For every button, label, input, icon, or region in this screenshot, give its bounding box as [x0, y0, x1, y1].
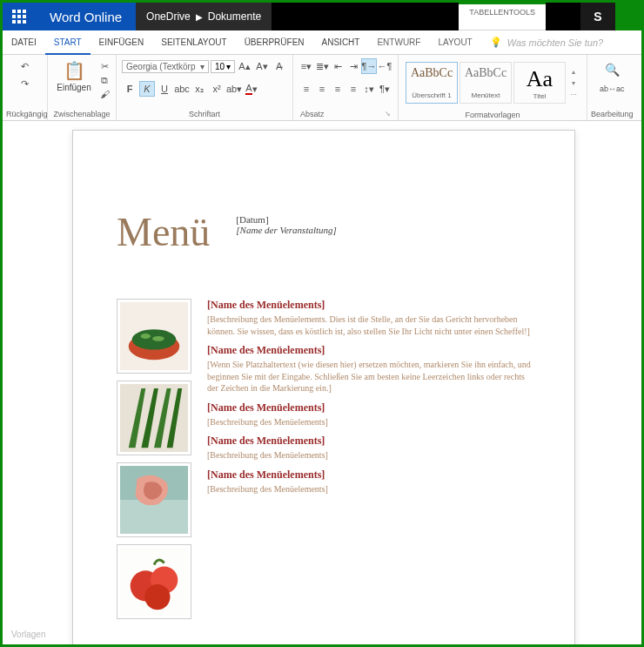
clear-formatting-button[interactable]: A̶: [272, 58, 287, 74]
app-launcher-button[interactable]: [3, 3, 36, 30]
menu-image-1[interactable]: [117, 299, 191, 374]
style-more-button[interactable]: ⋯: [567, 91, 580, 98]
menu-image-2[interactable]: [117, 381, 191, 455]
menu-title[interactable]: Menü: [117, 209, 210, 255]
cut-button[interactable]: ✂: [98, 60, 111, 72]
menu-item-name[interactable]: [Name des Menüelements]: [207, 299, 531, 312]
chevron-down-icon: ▾: [226, 62, 231, 71]
italic-button[interactable]: K: [139, 81, 155, 97]
align-right-button[interactable]: ≡: [330, 81, 345, 97]
menu-item-desc[interactable]: [Beschreibung des Menüelements]: [207, 416, 531, 428]
group-clipboard: 📋 Einfügen ✂ ⧉ 🖌 Zwischenablage: [48, 55, 117, 120]
replace-button[interactable]: ab↔ac: [604, 81, 620, 97]
superscript-button[interactable]: x²: [209, 81, 225, 97]
bold-button[interactable]: F: [122, 81, 138, 97]
menu-item-name[interactable]: [Name des Menüelements]: [207, 468, 531, 482]
justify-button[interactable]: ≡: [345, 81, 361, 97]
strikethrough-button[interactable]: abc: [174, 81, 190, 97]
contextual-tab-group: TABELLENTOOLS: [459, 3, 546, 30]
group-font-label: Schriftart: [120, 108, 289, 120]
style-next-button[interactable]: ▾: [567, 79, 580, 87]
waffle-icon: [12, 10, 26, 24]
menu-item-desc[interactable]: [Beschreibung des Menüelements]: [207, 483, 531, 495]
document-page[interactable]: Menü [Datum] [Name der Veranstaltung] [N…: [72, 130, 575, 644]
tab-review[interactable]: ÜBERPRÜFEN: [236, 30, 313, 54]
tell-me-placeholder: Was möchten Sie tun?: [507, 37, 603, 48]
skype-button[interactable]: S: [580, 3, 615, 30]
grow-font-button[interactable]: A▴: [237, 58, 252, 74]
menu-item-desc[interactable]: [Beschreibung des Menüelements]: [207, 449, 531, 462]
bullets-button[interactable]: ≡▾: [299, 58, 314, 74]
tab-insert[interactable]: EINFÜGEN: [91, 30, 153, 54]
shrink-font-button[interactable]: A▾: [254, 58, 270, 74]
menu-item-name[interactable]: [Name des Menüelements]: [207, 401, 531, 414]
svg-point-4: [152, 336, 164, 341]
paste-button[interactable]: 📋 Einfügen: [53, 58, 95, 92]
tab-file[interactable]: DATEI: [3, 30, 45, 54]
tab-pagelayout[interactable]: SEITENLAYOUT: [152, 30, 235, 54]
chevron-down-icon: ▾: [200, 62, 205, 71]
style-title[interactable]: Aa Titel: [513, 62, 566, 104]
chevron-right-icon: ▶: [196, 12, 203, 22]
special-indent-button[interactable]: ¶▾: [377, 81, 392, 97]
redo-button[interactable]: ↷: [17, 76, 33, 91]
increase-indent-button[interactable]: ⇥: [345, 58, 361, 74]
breadcrumb[interactable]: OneDrive ▶ Dokumente: [136, 3, 272, 30]
undo-button[interactable]: ↶: [17, 58, 33, 74]
numbering-button[interactable]: ≣▾: [314, 58, 330, 74]
copy-button[interactable]: ⧉: [98, 74, 111, 86]
app-brand[interactable]: Word Online: [36, 3, 136, 30]
font-color-button[interactable]: A▾: [244, 81, 259, 97]
breadcrumb-root[interactable]: OneDrive: [146, 10, 191, 23]
tab-view[interactable]: ANSICHT: [313, 30, 369, 54]
document-canvas[interactable]: Vorlagen Menü [Datum] [Name der Veransta…: [3, 121, 641, 644]
group-undo-label: Rückgängig: [6, 108, 44, 120]
font-name-combo[interactable]: Georgia (Textkörp▾: [122, 60, 209, 73]
svg-rect-7: [120, 500, 188, 534]
tell-me-search[interactable]: 💡 Was möchten Sie tun?: [481, 37, 641, 48]
align-center-button[interactable]: ≡: [314, 81, 330, 97]
line-spacing-button[interactable]: ↕▾: [361, 81, 377, 97]
menu-image-3[interactable]: [117, 462, 191, 537]
underline-button[interactable]: U: [157, 81, 172, 97]
svg-point-11: [144, 584, 170, 610]
dialog-launcher-icon[interactable]: ↘: [385, 110, 391, 118]
ltr-button[interactable]: ¶→: [361, 58, 377, 74]
menu-meta[interactable]: [Datum] [Name der Veranstaltung]: [236, 209, 337, 235]
align-left-button[interactable]: ≡: [299, 81, 314, 97]
subscript-button[interactable]: x₂: [191, 81, 207, 97]
group-styles: AaBbCc Überschrift 1 AaBbCc Menütext Aa …: [399, 55, 587, 120]
group-clipboard-label: Zwischenablage: [51, 108, 112, 120]
find-button[interactable]: 🔍: [604, 62, 620, 78]
font-size-combo[interactable]: 10▾: [211, 60, 235, 73]
lightbulb-icon: 💡: [490, 37, 502, 48]
highlight-button[interactable]: ab▾: [226, 81, 242, 97]
ribbon-tabs: DATEI START EINFÜGEN SEITENLAYOUT ÜBERPR…: [3, 30, 641, 55]
menu-item-desc[interactable]: [Beschreibung des Menüelements. Dies ist…: [207, 313, 531, 337]
menu-image-4[interactable]: [117, 544, 191, 619]
svg-point-3: [140, 334, 151, 339]
menu-event[interactable]: [Name der Veranstaltung]: [236, 225, 337, 235]
tab-design[interactable]: ENTWURF: [368, 30, 429, 54]
tab-layout[interactable]: LAYOUT: [429, 30, 480, 54]
menu-item-name[interactable]: [Name des Menüelements]: [207, 344, 531, 357]
decrease-indent-button[interactable]: ⇤: [330, 58, 345, 74]
breadcrumb-folder[interactable]: Dokumente: [208, 10, 261, 23]
menu-items[interactable]: [Name des Menüelements] [Beschreibung de…: [207, 299, 531, 619]
titlebar-gap: [546, 3, 580, 30]
group-undo: ↶ ↷ Rückgängig: [3, 55, 48, 120]
rtl-button[interactable]: ←¶: [377, 58, 392, 74]
style-menutext[interactable]: AaBbCc Menütext: [460, 62, 512, 104]
menu-item-desc[interactable]: [Wenn Sie Platzhaltertext (wie diesen hi…: [207, 359, 531, 394]
style-gallery[interactable]: AaBbCc Überschrift 1 AaBbCc Menütext Aa …: [404, 58, 581, 107]
group-editing: 🔍 ab↔ac Bearbeitung: [587, 55, 637, 120]
group-paragraph: ≡▾ ≣▾ ⇤ ⇥ ¶→ ←¶ ≡ ≡ ≡ ≡ ↕▾ ¶▾ Absatz↘: [293, 55, 399, 120]
tab-start[interactable]: START: [45, 30, 91, 54]
group-font: Georgia (Textkörp▾ 10▾ A▴ A▾ A̶ F K U ab…: [117, 55, 293, 120]
menu-date[interactable]: [Datum]: [236, 214, 337, 225]
menu-item-name[interactable]: [Name des Menüelements]: [207, 435, 531, 448]
menu-body: [Name des Menüelements] [Beschreibung de…: [117, 299, 531, 619]
format-painter-button[interactable]: 🖌: [98, 88, 111, 100]
style-prev-button[interactable]: ▴: [567, 68, 580, 76]
style-heading1[interactable]: AaBbCc Überschrift 1: [406, 62, 458, 104]
